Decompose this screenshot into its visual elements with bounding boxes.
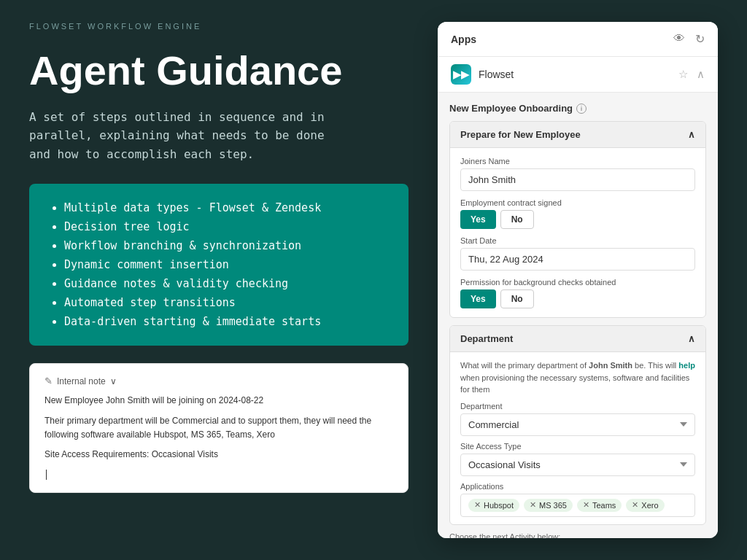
note-line2: Their primary department will be Commerc… bbox=[44, 414, 393, 442]
form-card: Prepare for New Employee ∧ Joiners Name … bbox=[449, 121, 706, 318]
subtitle: A set of steps outlined in sequence and … bbox=[29, 108, 336, 164]
flowset-icon: ▶▶ bbox=[451, 64, 471, 85]
site-access-label: Site Access Type bbox=[460, 442, 695, 451]
yes-no-group: Yes No bbox=[460, 210, 695, 229]
section-title: New Employee Onboarding i bbox=[449, 103, 706, 114]
background-yes-button[interactable]: Yes bbox=[460, 289, 496, 308]
tag-ms365-remove[interactable]: ✕ bbox=[530, 500, 536, 510]
dept-header: Department ∧ bbox=[450, 326, 705, 352]
feature-item: Workflow branching & synchronization bbox=[64, 239, 388, 252]
site-access-field: Site Access Type Occasional Visits bbox=[460, 442, 695, 476]
flowset-row: ▶▶ Flowset ☆ ∧ bbox=[438, 57, 718, 93]
site-access-select[interactable]: Occasional Visits bbox=[460, 454, 695, 476]
tag-teams-label: Teams bbox=[592, 501, 616, 510]
tag-ms365[interactable]: ✕ MS 365 bbox=[524, 499, 573, 512]
form-card-title: Prepare for New Employee bbox=[460, 129, 581, 140]
feature-item: Multiple data types - Flowset & Zendesk bbox=[64, 201, 388, 214]
feature-item: Decision tree logic bbox=[64, 220, 388, 233]
note-icon: ✎ bbox=[44, 376, 53, 386]
next-activity-label: Choose the next Activity below: bbox=[449, 532, 706, 539]
start-date-field: Start Date bbox=[460, 236, 695, 271]
form-body: Joiners Name Employment contract signed … bbox=[450, 148, 705, 317]
background-checks-label: Permission for background checks obtaine… bbox=[460, 278, 695, 287]
flowset-left: ▶▶ Flowset bbox=[451, 64, 514, 85]
tag-hubspot[interactable]: ✕ Hubspot bbox=[468, 499, 519, 512]
features-box: Multiple data types - Flowset & Zendesk … bbox=[29, 184, 409, 346]
star-icon[interactable]: ☆ bbox=[678, 68, 688, 81]
joiners-name-label: Joiners Name bbox=[460, 157, 695, 166]
dept-header-title: Department bbox=[460, 333, 513, 344]
note-header: ✎ Internal note ∨ bbox=[44, 376, 393, 386]
no-button[interactable]: No bbox=[500, 210, 534, 229]
start-date-label: Start Date bbox=[460, 236, 695, 245]
flowset-right-icons: ☆ ∧ bbox=[678, 68, 705, 81]
feature-item: Automated step transitions bbox=[64, 296, 388, 309]
text-cursor bbox=[46, 470, 47, 480]
tag-xero-remove[interactable]: ✕ bbox=[632, 500, 638, 510]
feature-item: Guidance notes & validity checking bbox=[64, 277, 388, 290]
collapse-icon[interactable]: ∧ bbox=[697, 68, 705, 81]
background-checks-field: Permission for background checks obtaine… bbox=[460, 278, 695, 308]
dept-body: What will the primary department of John… bbox=[450, 352, 705, 524]
note-dropdown-icon[interactable]: ∨ bbox=[110, 376, 117, 386]
tags-container: ✕ Hubspot ✕ MS 365 ✕ Teams bbox=[460, 494, 695, 517]
background-yes-no-group: Yes No bbox=[460, 289, 695, 308]
form-card-header: Prepare for New Employee ∧ bbox=[450, 122, 705, 148]
note-line1: New Employee John Smith will be joining … bbox=[44, 394, 393, 408]
tag-xero[interactable]: ✕ Xero bbox=[626, 499, 664, 512]
note-box: ✎ Internal note ∨ New Employee John Smit… bbox=[29, 363, 409, 493]
info-icon: i bbox=[576, 104, 587, 114]
applications-label: Applications bbox=[460, 482, 695, 491]
note-line3: Site Access Requirements: Occasional Vis… bbox=[44, 448, 393, 462]
employment-contract-label: Employment contract signed bbox=[460, 198, 695, 207]
brand-label: FLOWSET WORKFLOW ENGINE bbox=[29, 22, 409, 31]
flowset-name: Flowset bbox=[479, 69, 514, 80]
left-panel: FLOWSET WORKFLOW ENGINE Agent Guidance A… bbox=[29, 22, 409, 538]
tag-teams-remove[interactable]: ✕ bbox=[583, 500, 589, 510]
dept-chevron-icon[interactable]: ∧ bbox=[688, 333, 695, 344]
chevron-up-icon[interactable]: ∧ bbox=[688, 129, 695, 140]
department-section: Department ∧ What will the primary depar… bbox=[449, 325, 706, 525]
department-field: Department Commercial bbox=[460, 402, 695, 436]
employment-contract-field: Employment contract signed Yes No bbox=[460, 198, 695, 229]
app-content: New Employee Onboarding i Prepare for Ne… bbox=[438, 93, 718, 538]
department-select[interactable]: Commercial bbox=[460, 413, 695, 436]
applications-field: Applications ✕ Hubspot ✕ MS 365 bbox=[460, 482, 695, 517]
tag-ms365-label: MS 365 bbox=[539, 501, 567, 510]
note-header-label: Internal note bbox=[57, 376, 106, 386]
app-header: Apps 👁 ↻ bbox=[438, 22, 718, 57]
tag-teams[interactable]: ✕ Teams bbox=[577, 499, 622, 512]
app-header-icons: 👁 ↻ bbox=[673, 32, 705, 46]
tag-hubspot-label: Hubspot bbox=[484, 501, 514, 510]
feature-item: Data-driven starting & immediate starts bbox=[64, 315, 388, 328]
features-list: Multiple data types - Flowset & Zendesk … bbox=[50, 201, 388, 328]
joiners-name-field: Joiners Name bbox=[460, 157, 695, 191]
note-content: New Employee John Smith will be joining … bbox=[44, 394, 393, 462]
feature-item: Dynamic comment insertion bbox=[64, 258, 388, 271]
start-date-input[interactable] bbox=[460, 248, 695, 271]
section-title-text: New Employee Onboarding bbox=[449, 103, 573, 114]
app-window: Apps 👁 ↻ ▶▶ Flowset ☆ ∧ New Employee Onb… bbox=[438, 22, 718, 538]
eye-icon[interactable]: 👁 bbox=[673, 32, 685, 46]
dept-hint: What will the primary department of John… bbox=[460, 359, 695, 396]
tag-xero-label: Xero bbox=[641, 501, 658, 510]
refresh-icon[interactable]: ↻ bbox=[695, 32, 705, 46]
app-header-title: Apps bbox=[451, 34, 476, 45]
background-no-button[interactable]: No bbox=[500, 289, 534, 308]
tag-hubspot-remove[interactable]: ✕ bbox=[474, 500, 481, 510]
main-title: Agent Guidance bbox=[29, 48, 409, 93]
right-panel: Apps 👁 ↻ ▶▶ Flowset ☆ ∧ New Employee Onb… bbox=[438, 22, 718, 538]
department-label: Department bbox=[460, 402, 695, 411]
yes-button[interactable]: Yes bbox=[460, 210, 496, 229]
joiners-name-input[interactable] bbox=[460, 168, 695, 191]
